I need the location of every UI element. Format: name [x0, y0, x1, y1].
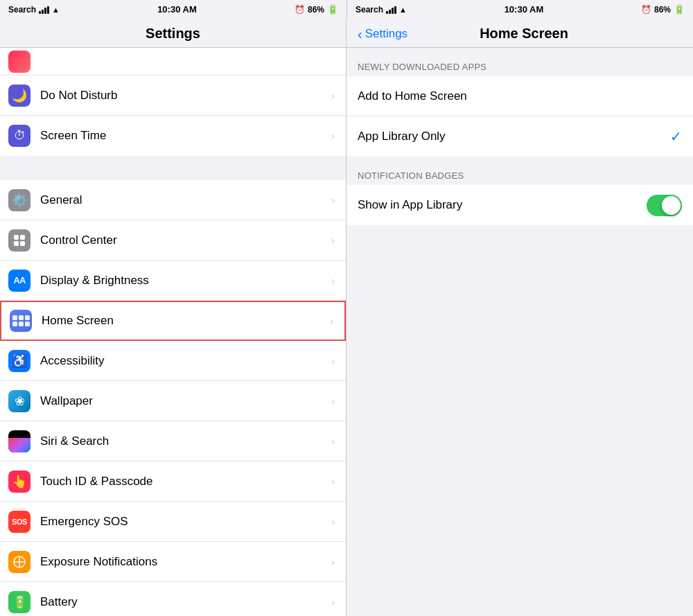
display-brightness-icon: AA — [8, 270, 30, 292]
siri-icon — [8, 430, 30, 452]
left-status-bar: Search ▲ 10:30 AM ⏰ 86% 🔋 — [0, 0, 346, 19]
settings-header: Settings — [0, 19, 346, 48]
sidebar-item-do-not-disturb[interactable]: 🌙 Do Not Disturb › — [0, 76, 346, 116]
accessibility-chevron: › — [331, 355, 335, 367]
sidebar-item-home-screen[interactable]: Home Screen › — [0, 301, 346, 341]
back-chevron-icon: ‹ — [358, 27, 362, 41]
touch-id-label: Touch ID & Passcode — [40, 475, 331, 489]
battery-chevron: › — [331, 597, 335, 608]
svg-rect-0 — [14, 235, 19, 240]
notification-badges-header: NOTIFICATION BADGES — [346, 157, 693, 185]
app-library-only-item[interactable]: App Library Only ✓ — [346, 116, 693, 157]
screen-time-label: Screen Time — [40, 129, 331, 143]
do-not-disturb-icon: 🌙 — [8, 85, 30, 107]
do-not-disturb-chevron: › — [331, 90, 335, 101]
home-screen-chevron: › — [330, 315, 333, 326]
general-chevron: › — [331, 195, 335, 206]
siri-search-chevron: › — [331, 436, 335, 447]
settings-title: Settings — [11, 26, 335, 42]
home-screen-label: Home Screen — [42, 314, 330, 328]
control-center-chevron: › — [331, 235, 335, 246]
left-battery-percent: 86% — [308, 5, 324, 15]
left-time: 10:30 AM — [157, 4, 197, 15]
sidebar-item-wallpaper[interactable]: ❀ Wallpaper › — [0, 381, 346, 421]
partial-top-item[interactable] — [0, 48, 346, 76]
toggle-knob — [662, 196, 681, 215]
left-alarm-icon: ⏰ — [295, 5, 305, 15]
display-brightness-chevron: › — [331, 275, 335, 286]
sidebar-item-accessibility[interactable]: ♿ Accessibility › — [0, 341, 346, 381]
right-battery-percent: 86% — [654, 5, 671, 15]
general-label: General — [40, 193, 331, 207]
sidebar-item-exposure[interactable]: Exposure Notifications › — [0, 542, 346, 582]
sidebar-item-display-brightness[interactable]: AA Display & Brightness › — [0, 261, 346, 301]
siri-search-label: Siri & Search — [40, 434, 331, 448]
sidebar-item-screen-time[interactable]: ⏱ Screen Time › — [0, 116, 346, 156]
back-button[interactable]: ‹ Settings — [358, 27, 407, 41]
add-to-home-screen-item[interactable]: Add to Home Screen — [346, 76, 693, 116]
add-to-home-screen-label: Add to Home Screen — [358, 89, 682, 103]
divider-1 — [0, 156, 346, 180]
sidebar-item-control-center[interactable]: Control Center › — [0, 220, 346, 261]
exposure-chevron: › — [331, 556, 335, 567]
emergency-sos-chevron: › — [331, 516, 335, 527]
touch-id-icon: 👆 — [8, 470, 30, 493]
svg-rect-2 — [14, 241, 19, 246]
status-bar: Search ▲ 10:30 AM ⏰ 86% 🔋 Search — [0, 0, 693, 19]
battery-icon: 🔋 — [8, 591, 30, 613]
right-panel-header: ‹ Settings Home Screen — [346, 19, 693, 48]
show-in-app-library-toggle[interactable] — [647, 195, 682, 216]
sidebar-item-battery[interactable]: 🔋 Battery › — [0, 582, 346, 616]
newly-downloaded-header: NEWLY DOWNLOADED APPS — [346, 48, 693, 76]
svg-rect-1 — [20, 235, 25, 240]
notification-badges-group: Show in App Library — [346, 185, 693, 225]
touch-id-chevron: › — [331, 476, 335, 487]
accessibility-label: Accessibility — [40, 354, 331, 368]
right-carrier: Search — [356, 5, 383, 15]
back-label: Settings — [365, 27, 407, 41]
show-in-app-library-item[interactable]: Show in App Library — [346, 185, 693, 225]
control-center-label: Control Center — [40, 234, 331, 247]
right-signal — [386, 6, 396, 14]
screen-time-icon: ⏱ — [8, 125, 30, 147]
control-center-icon — [8, 229, 30, 252]
sidebar-item-general[interactable]: ⚙️ General › — [0, 180, 346, 220]
left-panel: Settings 🌙 Do Not Disturb › ⏱ Screen Tim… — [0, 19, 346, 616]
right-panel: ‹ Settings Home Screen NEWLY DOWNLOADED … — [346, 19, 693, 616]
settings-group-1: 🌙 Do Not Disturb › ⏱ Screen Time › — [0, 76, 346, 156]
wallpaper-icon: ❀ — [8, 390, 30, 412]
app-library-checkmark: ✓ — [670, 128, 682, 145]
exposure-label: Exposure Notifications — [40, 555, 331, 569]
battery-label: Battery — [40, 595, 331, 609]
sidebar-item-siri-search[interactable]: Siri & Search › — [0, 421, 346, 461]
svg-rect-3 — [20, 241, 25, 246]
app-library-only-label: App Library Only — [358, 130, 670, 143]
display-brightness-label: Display & Brightness — [40, 274, 331, 288]
newly-downloaded-group: Add to Home Screen App Library Only ✓ — [346, 76, 693, 157]
settings-group-2: ⚙️ General › Control Center › — [0, 180, 346, 616]
right-time: 10:30 AM — [505, 4, 544, 15]
left-carrier: Search — [8, 5, 36, 15]
left-wifi-icon: ▲ — [52, 6, 60, 14]
left-signal — [39, 6, 49, 14]
exposure-icon — [8, 551, 30, 573]
right-wifi-icon: ▲ — [399, 6, 407, 14]
screen-time-chevron: › — [331, 130, 335, 141]
emergency-sos-icon: SOS — [8, 511, 30, 533]
general-icon: ⚙️ — [8, 189, 30, 211]
show-in-app-library-label: Show in App Library — [358, 198, 647, 212]
left-battery-icon: 🔋 — [327, 4, 338, 15]
settings-list[interactable]: 🌙 Do Not Disturb › ⏱ Screen Time › ⚙️ — [0, 48, 346, 616]
do-not-disturb-label: Do Not Disturb — [40, 89, 331, 103]
wallpaper-chevron: › — [331, 396, 335, 407]
sidebar-item-emergency-sos[interactable]: SOS Emergency SOS › — [0, 502, 346, 542]
accessibility-icon: ♿ — [8, 350, 30, 372]
right-panel-title: Home Screen — [407, 26, 640, 42]
home-screen-icon — [10, 310, 32, 332]
right-content: NEWLY DOWNLOADED APPS Add to Home Screen… — [346, 48, 693, 616]
sidebar-item-touch-id[interactable]: 👆 Touch ID & Passcode › — [0, 461, 346, 502]
right-battery-icon: 🔋 — [674, 4, 685, 15]
partial-icon — [8, 51, 30, 73]
emergency-sos-label: Emergency SOS — [40, 515, 331, 529]
main-content: Settings 🌙 Do Not Disturb › ⏱ Screen Tim… — [0, 19, 693, 616]
